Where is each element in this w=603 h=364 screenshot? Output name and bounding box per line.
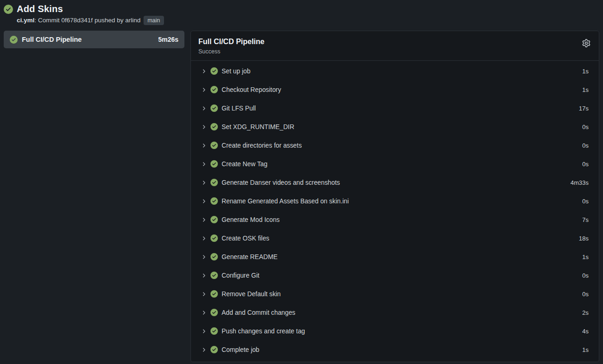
step-name: Set XDG_RUNTIME_DIR <box>222 124 294 130</box>
run-status-success-icon <box>4 3 17 15</box>
job-panel-title: Full CI/CD Pipeline <box>198 37 591 46</box>
chevron-right-icon[interactable] <box>200 328 207 334</box>
step-duration: 7s <box>582 216 589 223</box>
pushed-by-text: pushed by arlind <box>93 17 141 24</box>
step-status-success-icon <box>210 346 218 353</box>
step-name: Complete job <box>222 346 259 353</box>
run-header: Add Skins ci.yml: Commit 0f678d341f push… <box>4 3 599 25</box>
step-row[interactable]: Push changes and create tag 4s <box>191 322 599 340</box>
step-name: Generate Danser videos and screenshots <box>222 179 340 186</box>
step-duration: 4m33s <box>570 179 589 186</box>
chevron-right-icon[interactable] <box>200 309 207 316</box>
chevron-right-icon[interactable] <box>200 161 207 167</box>
chevron-right-icon[interactable] <box>200 346 207 353</box>
step-duration: 18s <box>579 235 589 242</box>
chevron-right-icon[interactable] <box>200 142 207 149</box>
step-status-success-icon <box>210 327 218 335</box>
step-status-success-icon <box>210 123 218 130</box>
step-name: Rename Generated Assets Based on skin.in… <box>222 198 349 205</box>
workflow-file-name: ci.yml <box>17 17 34 24</box>
step-row[interactable]: Set up job 1s <box>191 62 599 80</box>
step-status-success-icon <box>210 67 218 75</box>
step-status-success-icon <box>210 234 218 242</box>
commit-label: : Commit <box>34 17 61 24</box>
job-panel-status: Success <box>198 48 591 55</box>
step-row[interactable]: Generate README 1s <box>191 247 599 266</box>
chevron-right-icon[interactable] <box>200 179 207 186</box>
chevron-right-icon[interactable] <box>200 235 207 241</box>
branch-badge[interactable]: main <box>144 16 164 25</box>
chevron-right-icon[interactable] <box>200 272 207 279</box>
step-row[interactable]: Generate Danser videos and screenshots 4… <box>191 173 599 192</box>
step-duration: 4s <box>582 328 589 335</box>
run-subtitle: ci.yml: Commit 0f678d341f pushed by arli… <box>17 16 599 25</box>
step-row[interactable]: Configure Git 0s <box>191 266 599 285</box>
step-row[interactable]: Remove Default skin 0s <box>191 285 599 303</box>
step-duration: 0s <box>582 124 589 130</box>
step-status-success-icon <box>210 160 218 168</box>
job-sidebar: Full CI/CD Pipeline 5m26s <box>4 31 184 48</box>
workflow-run-page: Add Skins ci.yml: Commit 0f678d341f push… <box>0 0 603 364</box>
step-name: Create New Tag <box>222 161 268 168</box>
step-duration: 17s <box>579 105 589 112</box>
step-row[interactable]: Rename Generated Assets Based on skin.in… <box>191 192 599 210</box>
step-duration: 0s <box>582 161 589 168</box>
step-status-success-icon <box>210 197 218 205</box>
chevron-right-icon[interactable] <box>200 68 207 74</box>
step-name: Git LFS Pull <box>222 105 256 112</box>
step-name: Set up job <box>222 68 250 75</box>
run-title: Add Skins <box>17 3 599 15</box>
chevron-right-icon[interactable] <box>200 198 207 204</box>
step-duration: 1s <box>582 254 589 260</box>
step-row[interactable]: Set XDG_RUNTIME_DIR 0s <box>191 117 599 136</box>
step-name: Add and Commit changes <box>222 309 295 316</box>
step-status-success-icon <box>210 104 218 112</box>
step-row[interactable]: Create OSK files 18s <box>191 229 599 247</box>
step-row[interactable]: Generate Mod Icons 7s <box>191 210 599 229</box>
step-duration: 0s <box>582 142 589 149</box>
step-name: Checkout Repository <box>222 86 281 93</box>
commit-line: ci.yml: Commit 0f678d341f pushed by arli… <box>17 16 140 25</box>
step-name: Remove Default skin <box>222 291 281 298</box>
commit-hash-link[interactable]: 0f678d341f <box>61 17 93 24</box>
job-panel-header: Full CI/CD Pipeline Success <box>191 31 599 60</box>
step-status-success-icon <box>210 179 218 186</box>
job-duration: 5m26s <box>158 36 178 43</box>
step-name: Create OSK files <box>222 235 269 242</box>
gear-icon <box>582 39 590 47</box>
step-status-success-icon <box>210 309 218 316</box>
chevron-right-icon[interactable] <box>200 291 207 297</box>
step-duration: 0s <box>582 291 589 298</box>
chevron-right-icon[interactable] <box>200 254 207 260</box>
step-status-success-icon <box>210 290 218 298</box>
job-status-success-icon <box>10 36 18 44</box>
step-row[interactable]: Git LFS Pull 17s <box>191 99 599 117</box>
step-row[interactable]: Add and Commit changes 2s <box>191 303 599 322</box>
step-status-success-icon <box>210 253 218 260</box>
step-duration: 1s <box>582 346 589 353</box>
chevron-right-icon[interactable] <box>200 216 207 223</box>
job-detail-panel: Full CI/CD Pipeline Success <box>190 31 599 362</box>
step-name: Generate README <box>222 254 277 260</box>
step-duration: 1s <box>582 86 589 93</box>
job-name: Full CI/CD Pipeline <box>22 36 82 43</box>
job-settings-button[interactable] <box>581 38 591 48</box>
step-status-success-icon <box>210 272 218 279</box>
chevron-right-icon[interactable] <box>200 124 207 130</box>
step-duration: 2s <box>582 309 589 316</box>
step-name: Generate Mod Icons <box>222 216 280 223</box>
step-row[interactable]: Create directories for assets 0s <box>191 136 599 155</box>
step-row[interactable]: Create New Tag 0s <box>191 155 599 173</box>
step-status-success-icon <box>210 216 218 223</box>
chevron-right-icon[interactable] <box>200 86 207 93</box>
step-duration: 0s <box>582 272 589 279</box>
step-status-success-icon <box>210 86 218 93</box>
step-duration: 0s <box>582 198 589 205</box>
sidebar-job-item[interactable]: Full CI/CD Pipeline 5m26s <box>4 31 184 48</box>
chevron-right-icon[interactable] <box>200 105 207 111</box>
step-row[interactable]: Complete job 1s <box>191 340 599 359</box>
step-duration: 1s <box>582 68 589 75</box>
step-name: Create directories for assets <box>222 142 302 149</box>
step-name: Push changes and create tag <box>222 328 305 335</box>
step-row[interactable]: Checkout Repository 1s <box>191 80 599 99</box>
